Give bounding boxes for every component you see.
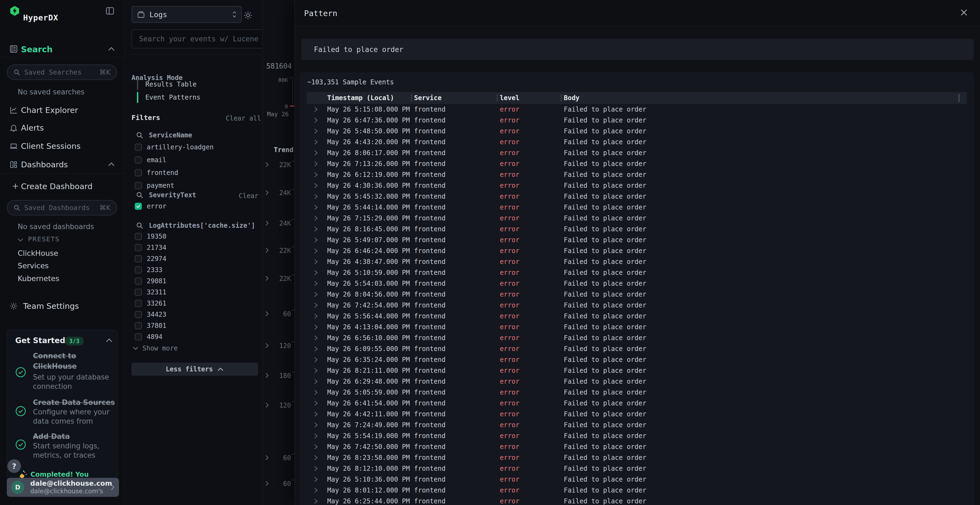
user-menu[interactable]: D dale@clickhouse.com dale@clickhouse.co… bbox=[7, 478, 119, 497]
expand-row-chevron-icon[interactable] bbox=[307, 465, 327, 472]
presets-section-label[interactable]: PRESETS bbox=[28, 236, 60, 243]
column-header-timestamp[interactable]: Timestamp (Local) bbox=[327, 94, 409, 102]
checkbox-unchecked[interactable] bbox=[135, 156, 142, 164]
checkbox-unchecked[interactable] bbox=[135, 311, 142, 318]
help-button[interactable]: ? bbox=[7, 459, 21, 473]
table-row[interactable]: May 26 8:06:17.000 PMfrontenderrorFailed… bbox=[307, 148, 967, 158]
table-options-kebab-icon[interactable] bbox=[958, 94, 959, 102]
chevron-right-icon[interactable] bbox=[265, 311, 269, 316]
collapse-sidebar-icon[interactable] bbox=[106, 6, 115, 15]
event-pattern-row[interactable]: 22K bbox=[262, 159, 294, 170]
table-row[interactable]: May 26 8:01:12.000 PMfrontenderrorFailed… bbox=[307, 485, 967, 496]
table-row[interactable]: May 26 6:56:10.000 PMfrontenderrorFailed… bbox=[307, 332, 967, 343]
checkbox-unchecked[interactable] bbox=[135, 169, 142, 176]
clear-all-filters-button[interactable]: Clear all bbox=[226, 114, 261, 122]
sidebar-item-alerts[interactable]: Alerts bbox=[21, 123, 44, 132]
event-pattern-row[interactable]: 60 bbox=[262, 478, 294, 489]
chevron-right-icon[interactable] bbox=[265, 162, 269, 167]
tab-event-patterns[interactable]: Event Patterns bbox=[137, 92, 200, 103]
source-select[interactable]: Logs bbox=[132, 6, 242, 23]
chevron-right-icon[interactable] bbox=[265, 373, 269, 378]
chevron-right-icon[interactable] bbox=[265, 402, 269, 408]
expand-row-chevron-icon[interactable] bbox=[307, 324, 327, 330]
table-row[interactable]: May 26 5:10:36.000 PMfrontenderrorFailed… bbox=[307, 474, 967, 485]
filter-option-33261[interactable]: 33261 bbox=[135, 299, 166, 308]
expand-row-chevron-icon[interactable] bbox=[307, 259, 327, 265]
checkbox-unchecked[interactable] bbox=[135, 266, 142, 273]
event-pattern-row[interactable]: 24K bbox=[262, 218, 294, 229]
event-pattern-row[interactable]: 60 bbox=[262, 452, 294, 463]
sidebar-item-search[interactable]: Search bbox=[21, 44, 52, 54]
expand-row-chevron-icon[interactable] bbox=[307, 455, 327, 461]
event-pattern-row[interactable]: 60 bbox=[262, 308, 294, 319]
filter-option-artillery-loadgen[interactable]: artillery-loadgen bbox=[135, 143, 214, 152]
table-row[interactable]: May 26 6:46:24.000 PMfrontenderrorFailed… bbox=[307, 245, 967, 256]
expand-row-chevron-icon[interactable] bbox=[307, 389, 327, 395]
table-row[interactable]: May 26 6:12:19.000 PMfrontenderrorFailed… bbox=[307, 169, 967, 180]
expand-row-chevron-icon[interactable] bbox=[307, 487, 327, 493]
expand-row-chevron-icon[interactable] bbox=[307, 117, 327, 123]
sidebar-item-team-settings[interactable]: Team Settings bbox=[23, 302, 79, 311]
event-pattern-row[interactable]: 120 bbox=[262, 400, 294, 411]
expand-row-chevron-icon[interactable] bbox=[307, 237, 327, 243]
expand-row-chevron-icon[interactable] bbox=[307, 357, 327, 363]
chevron-up-icon[interactable] bbox=[108, 162, 115, 167]
search-icon[interactable] bbox=[136, 132, 143, 139]
checkbox-unchecked[interactable] bbox=[135, 300, 142, 307]
expand-row-chevron-icon[interactable] bbox=[307, 128, 327, 134]
column-resize-handle[interactable] bbox=[497, 95, 498, 101]
table-row[interactable]: May 26 6:29:48.000 PMfrontenderrorFailed… bbox=[307, 376, 967, 387]
expand-row-chevron-icon[interactable] bbox=[307, 476, 327, 483]
expand-row-chevron-icon[interactable] bbox=[307, 281, 327, 286]
checkbox-unchecked[interactable] bbox=[135, 244, 142, 251]
preset-item-clickhouse[interactable]: ClickHouse bbox=[18, 249, 58, 257]
checkbox-unchecked[interactable] bbox=[135, 255, 142, 262]
table-row[interactable]: May 26 6:41:54.000 PMfrontenderrorFailed… bbox=[307, 398, 967, 409]
gs-step-title[interactable]: ClickHouse bbox=[33, 362, 77, 370]
expand-row-chevron-icon[interactable] bbox=[307, 150, 327, 156]
column-header-level[interactable]: level bbox=[500, 94, 558, 102]
table-row[interactable]: May 26 4:13:04.000 PMfrontenderrorFailed… bbox=[307, 322, 967, 332]
expand-row-chevron-icon[interactable] bbox=[307, 291, 327, 297]
checkbox-unchecked[interactable] bbox=[135, 182, 142, 189]
column-resize-handle[interactable] bbox=[561, 95, 562, 101]
table-row[interactable]: May 26 7:42:50.000 PMfrontenderrorFailed… bbox=[307, 441, 967, 452]
expand-row-chevron-icon[interactable] bbox=[307, 498, 327, 504]
expand-row-chevron-icon[interactable] bbox=[307, 183, 327, 189]
expand-row-chevron-icon[interactable] bbox=[307, 346, 327, 352]
gs-step-title[interactable]: Create Data Sources bbox=[33, 399, 115, 407]
checkbox-unchecked[interactable] bbox=[135, 289, 142, 296]
search-icon[interactable] bbox=[136, 191, 143, 199]
chevron-right-icon[interactable] bbox=[265, 248, 269, 253]
chevron-right-icon[interactable] bbox=[265, 276, 269, 281]
saved-searches-input[interactable]: Saved Searches ⌘K bbox=[7, 65, 117, 80]
table-row[interactable]: May 26 6:25:44.000 PMfrontenderrorFailed… bbox=[307, 496, 967, 505]
filter-option-19350[interactable]: 19350 bbox=[135, 232, 166, 241]
table-row[interactable]: May 26 7:15:29.000 PMfrontenderrorFailed… bbox=[307, 213, 967, 224]
filter-option-payment[interactable]: payment bbox=[135, 181, 174, 190]
filter-option-21734[interactable]: 21734 bbox=[135, 243, 166, 252]
table-row[interactable]: May 26 5:49:07.000 PMfrontenderrorFailed… bbox=[307, 235, 967, 245]
table-row[interactable]: May 26 8:12:10.000 PMfrontenderrorFailed… bbox=[307, 463, 967, 474]
expand-row-chevron-icon[interactable] bbox=[307, 411, 327, 417]
table-row[interactable]: May 26 8:16:45.000 PMfrontenderrorFailed… bbox=[307, 224, 967, 235]
filter-option-frontend[interactable]: frontend bbox=[135, 168, 178, 178]
table-row[interactable]: May 26 5:15:08.000 PMfrontenderrorFailed… bbox=[307, 104, 967, 115]
filter-option-4894[interactable]: 4894 bbox=[135, 332, 162, 341]
expand-row-chevron-icon[interactable] bbox=[307, 204, 327, 210]
table-row[interactable]: May 26 4:30:36.000 PMfrontenderrorFailed… bbox=[307, 180, 967, 191]
filter-option-29081[interactable]: 29081 bbox=[135, 276, 166, 286]
filter-option-22974[interactable]: 22974 bbox=[135, 254, 166, 264]
filter-option-2333[interactable]: 2333 bbox=[135, 265, 162, 275]
expand-row-chevron-icon[interactable] bbox=[307, 368, 327, 373]
preset-item-kubernetes[interactable]: Kubernetes bbox=[18, 274, 59, 283]
checkbox-unchecked[interactable] bbox=[135, 233, 142, 240]
table-row[interactable]: May 26 5:05:59.000 PMfrontenderrorFailed… bbox=[307, 387, 967, 398]
gs-step-title[interactable]: Connect to bbox=[33, 352, 76, 360]
expand-row-chevron-icon[interactable] bbox=[307, 139, 327, 145]
table-row[interactable]: May 26 5:10:59.000 PMfrontenderrorFailed… bbox=[307, 267, 967, 278]
preset-item-services[interactable]: Services bbox=[18, 262, 49, 270]
column-header-body[interactable]: Body bbox=[564, 94, 951, 102]
expand-row-chevron-icon[interactable] bbox=[307, 433, 327, 439]
chevron-right-icon[interactable] bbox=[265, 190, 269, 195]
